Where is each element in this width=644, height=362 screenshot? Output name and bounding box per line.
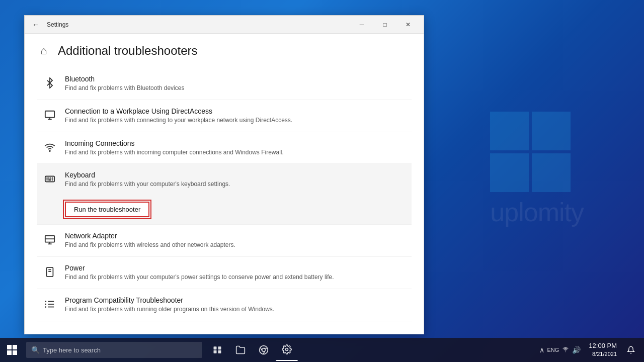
page-title: Additional troubleshooters: [58, 44, 198, 58]
taskbar-apps: [206, 339, 298, 361]
svg-rect-4: [45, 176, 54, 182]
svg-rect-32: [218, 350, 221, 353]
item-text: Keyboard Find and fix problems with your…: [65, 171, 406, 189]
item-text: Network Adapter Find and fix problems wi…: [65, 232, 406, 249]
network-icon[interactable]: [562, 346, 569, 354]
item-header: Power Find and fix problems with your co…: [43, 264, 406, 282]
item-desc: Find and fix problems with running older…: [65, 305, 406, 314]
item-text: Power Find and fix problems with your co…: [65, 264, 406, 282]
volume-icon[interactable]: 🔊: [572, 346, 581, 354]
item-desc: Find and fix problems with your computer…: [65, 273, 406, 282]
search-placeholder: Type here to search: [43, 346, 101, 354]
clock-date: 8/21/2021: [589, 350, 617, 358]
bluetooth-icon: [43, 76, 57, 90]
page-header: ⌂ Additional troubleshooters: [37, 44, 412, 58]
item-desc: Find and fix problems with wireless and …: [65, 241, 406, 249]
item-name: Power: [65, 264, 406, 272]
title-bar-nav: ←: [29, 18, 43, 32]
power-icon: [43, 265, 57, 279]
content-area: ⌂ Additional troubleshooters Bluetooth F…: [25, 34, 424, 334]
home-icon[interactable]: ⌂: [37, 44, 51, 58]
incoming-icon: [43, 140, 57, 154]
item-header: Connection to a Workplace Using DirectAc…: [43, 107, 406, 125]
item-text: Program Compatibility Troubleshooter Fin…: [65, 296, 406, 314]
item-name: Incoming Connections: [65, 139, 406, 147]
item-name: Network Adapter: [65, 232, 406, 240]
back-button[interactable]: ←: [29, 18, 43, 32]
list-item[interactable]: Program Compatibility Troubleshooter Fin…: [37, 289, 412, 321]
minimize-icon: ─: [360, 21, 364, 28]
start-button[interactable]: [0, 338, 24, 362]
svg-rect-29: [214, 346, 217, 349]
list-item[interactable]: Bluetooth Find and fix problems with Blu…: [37, 68, 412, 100]
minimize-button[interactable]: ─: [350, 16, 373, 34]
window-controls: ─ □ ✕: [350, 16, 420, 34]
maximize-icon: □: [383, 21, 386, 28]
item-desc: Find and fix problems with your computer…: [65, 180, 406, 189]
taskbar: 🔍 Type here to search: [0, 338, 644, 362]
directaccess-icon: [43, 108, 57, 122]
item-desc: Find and fix problems with connecting to…: [65, 116, 406, 125]
close-icon: ✕: [406, 21, 411, 28]
troubleshooter-list: Bluetooth Find and fix problems with Blu…: [37, 68, 412, 324]
item-text: Connection to a Workplace Using DirectAc…: [65, 107, 406, 125]
network-adapter-icon: [43, 233, 57, 247]
windows-logo: uplomity: [490, 112, 584, 227]
item-desc: Find and fix problems with Bluetooth dev…: [65, 84, 406, 93]
item-action: Run the troubleshooter: [43, 202, 149, 217]
item-name: Program Compatibility Troubleshooter: [65, 296, 406, 304]
item-header: Keyboard Find and fix problems with your…: [43, 171, 406, 189]
settings-window: ← Settings ─ □ ✕ ⌂ Additional troublesho…: [24, 15, 424, 334]
svg-rect-31: [214, 350, 217, 353]
svg-point-3: [49, 150, 50, 151]
clock-time: 12:00 PM: [589, 341, 617, 350]
system-icons: ∧ ENG 🔊: [536, 346, 584, 354]
item-header: Incoming Connections Find and fix proble…: [43, 139, 406, 157]
chrome-button[interactable]: [253, 339, 275, 361]
list-item[interactable]: Network Adapter Find and fix problems wi…: [37, 225, 412, 257]
svg-point-38: [286, 348, 288, 351]
task-view-button[interactable]: [206, 339, 228, 361]
item-desc: Find and fix problems with incoming comp…: [65, 148, 406, 157]
svg-rect-0: [45, 111, 54, 118]
run-troubleshooter-button[interactable]: Run the troubleshooter: [65, 202, 149, 217]
item-header: Network Adapter Find and fix problems wi…: [43, 232, 406, 249]
keyboard-icon: [43, 172, 57, 186]
item-name: Connection to a Workplace Using DirectAc…: [65, 107, 406, 115]
item-header: Bluetooth Find and fix problems with Blu…: [43, 75, 406, 93]
list-item[interactable]: Power Find and fix problems with your co…: [37, 257, 412, 289]
svg-point-39: [566, 351, 566, 352]
chevron-up-icon[interactable]: ∧: [539, 346, 544, 354]
logo-text: uplomity: [490, 197, 584, 227]
search-icon: 🔍: [31, 346, 40, 354]
svg-rect-28: [13, 350, 17, 355]
item-name: Keyboard: [65, 171, 406, 179]
svg-rect-30: [218, 346, 221, 349]
clock[interactable]: 12:00 PM 8/21/2021: [586, 341, 620, 358]
title-bar: ← Settings ─ □ ✕: [25, 16, 424, 34]
taskbar-right: ∧ ENG 🔊 12:00 PM 8/21/2021: [536, 339, 645, 361]
search-bar[interactable]: 🔍 Type here to search: [26, 342, 202, 358]
language-icon[interactable]: ENG: [547, 347, 559, 353]
svg-rect-26: [13, 345, 17, 349]
svg-rect-27: [7, 350, 12, 355]
item-header: Program Compatibility Troubleshooter Fin…: [43, 296, 406, 314]
maximize-button[interactable]: □: [373, 16, 396, 34]
keyboard-item[interactable]: Keyboard Find and fix problems with your…: [37, 164, 412, 225]
close-button[interactable]: ✕: [396, 16, 420, 34]
svg-rect-25: [7, 345, 12, 349]
settings-button[interactable]: [276, 339, 298, 361]
compat-icon: [43, 297, 57, 311]
item-text: Bluetooth Find and fix problems with Blu…: [65, 75, 406, 93]
window-title: Settings: [47, 21, 350, 28]
list-item[interactable]: Connection to a Workplace Using DirectAc…: [37, 100, 412, 132]
item-text: Incoming Connections Find and fix proble…: [65, 139, 406, 157]
item-name: Bluetooth: [65, 75, 406, 83]
back-icon: ←: [32, 21, 39, 29]
notification-button[interactable]: [622, 339, 640, 361]
file-explorer-button[interactable]: [229, 339, 252, 361]
list-item[interactable]: Incoming Connections Find and fix proble…: [37, 132, 412, 164]
